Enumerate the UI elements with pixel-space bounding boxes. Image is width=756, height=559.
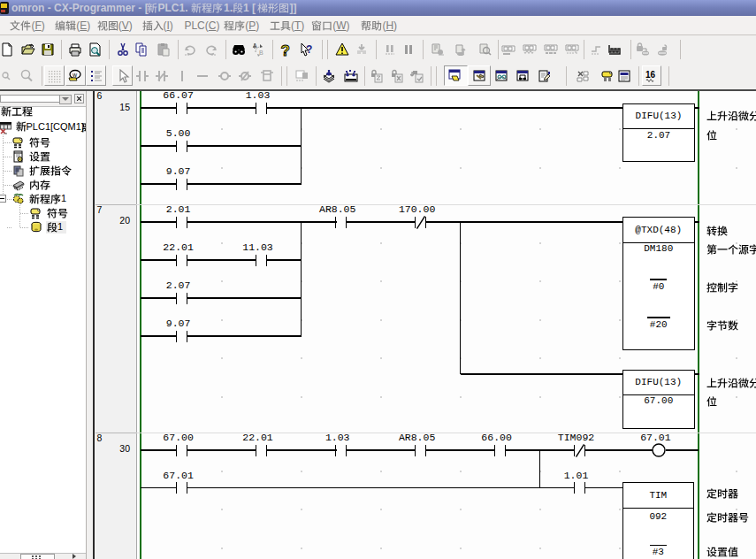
svg-text:?: ? [306, 43, 312, 56]
svg-text:w: w [72, 72, 78, 78]
svg-text:?: ? [280, 42, 289, 57]
svg-text:A: A [253, 42, 257, 49]
svg-text:16: 16 [645, 70, 656, 80]
